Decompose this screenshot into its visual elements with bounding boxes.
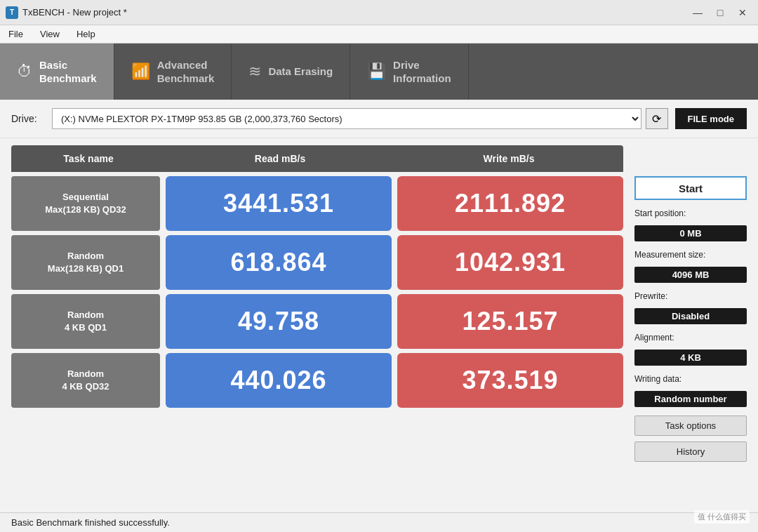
tab-advanced-label: AdvancedBenchmark bbox=[157, 58, 215, 86]
status-bar: Basic Benchmark finished successfully. bbox=[0, 512, 758, 532]
table-row: SequentialMax(128 KB) QD32 3441.531 2111… bbox=[11, 176, 623, 231]
drive-select[interactable]: (X:) NVMe PLEXTOR PX-1TM9P 953.85 GB (2,… bbox=[52, 108, 641, 129]
app-icon: T bbox=[6, 6, 18, 19]
title-bar-left: T TxBENCH - New project * bbox=[6, 6, 127, 19]
drive-label: Drive: bbox=[11, 113, 45, 124]
task-cell-0: SequentialMax(128 KB) QD32 bbox=[11, 176, 160, 231]
task-cell-2: Random4 KB QD1 bbox=[11, 294, 160, 349]
prewrite-label: Prewrite: bbox=[634, 291, 747, 301]
tab-advanced-icon: 📶 bbox=[131, 62, 150, 81]
prewrite-value: Disabled bbox=[634, 308, 747, 324]
write-value-1: 1042.931 bbox=[397, 235, 623, 290]
writing-data-label: Writing data: bbox=[634, 374, 747, 384]
start-position-value: 0 MB bbox=[634, 225, 747, 241]
drive-select-wrapper: (X:) NVMe PLEXTOR PX-1TM9P 953.85 GB (2,… bbox=[52, 108, 668, 129]
menu-file[interactable]: File bbox=[6, 27, 26, 41]
read-value-0: 3441.531 bbox=[166, 176, 392, 231]
status-text: Basic Benchmark finished successfully. bbox=[11, 517, 170, 528]
task-cell-1: RandomMax(128 KB) QD1 bbox=[11, 235, 160, 290]
writing-data-value: Random number bbox=[634, 391, 747, 407]
write-value-0: 2111.892 bbox=[397, 176, 623, 231]
tab-drive-icon: 💾 bbox=[367, 62, 386, 81]
alignment-label: Alignment: bbox=[634, 333, 747, 343]
read-value-1: 618.864 bbox=[166, 235, 392, 290]
minimize-button[interactable]: — bbox=[688, 6, 707, 20]
measurement-size-label: Measurement size: bbox=[634, 250, 747, 260]
start-button[interactable]: Start bbox=[634, 176, 747, 200]
right-panel: Start Start position: 0 MB Measurement s… bbox=[634, 145, 747, 505]
write-value-3: 373.519 bbox=[397, 353, 623, 408]
tab-basic-icon: ⏱ bbox=[17, 62, 32, 81]
menu-bar: File View Help bbox=[0, 25, 758, 44]
watermark: 值 什么值得买 bbox=[694, 510, 750, 524]
title-bar-controls: — □ ✕ bbox=[688, 6, 752, 20]
tab-drive-label: DriveInformation bbox=[393, 58, 451, 86]
measurement-size-value: 4096 MB bbox=[634, 267, 747, 283]
table-row: Random4 KB QD1 49.758 125.157 bbox=[11, 294, 623, 349]
tab-bar: ⏱ BasicBenchmark 📶 AdvancedBenchmark ≋ D… bbox=[0, 44, 758, 100]
write-value-2: 125.157 bbox=[397, 294, 623, 349]
tab-data-erasing[interactable]: ≋ Data Erasing bbox=[232, 44, 350, 100]
tab-basic-label: BasicBenchmark bbox=[39, 58, 97, 86]
col-read-header: Read mB/s bbox=[166, 153, 394, 164]
maximize-button[interactable]: □ bbox=[710, 6, 730, 20]
menu-view[interactable]: View bbox=[37, 27, 62, 41]
window-title: TxBENCH - New project * bbox=[22, 7, 127, 18]
tab-erasing-label: Data Erasing bbox=[268, 65, 333, 79]
read-value-2: 49.758 bbox=[166, 294, 392, 349]
read-value-3: 440.026 bbox=[166, 353, 392, 408]
table-row: Random4 KB QD32 440.026 373.519 bbox=[11, 353, 623, 408]
alignment-value: 4 KB bbox=[634, 350, 747, 366]
tab-drive-information[interactable]: 💾 DriveInformation bbox=[350, 44, 469, 100]
history-button[interactable]: History bbox=[634, 441, 747, 462]
title-bar: T TxBENCH - New project * — □ ✕ bbox=[0, 0, 758, 25]
drive-row: Drive: (X:) NVMe PLEXTOR PX-1TM9P 953.85… bbox=[0, 100, 758, 138]
table-header: Task name Read mB/s Write mB/s bbox=[11, 145, 623, 172]
col-task-header: Task name bbox=[11, 153, 166, 164]
tab-erasing-icon: ≋ bbox=[248, 62, 261, 81]
drive-refresh-button[interactable]: ⟳ bbox=[646, 108, 668, 129]
file-mode-button[interactable]: FILE mode bbox=[675, 108, 747, 129]
tab-basic-benchmark[interactable]: ⏱ BasicBenchmark bbox=[0, 44, 114, 100]
start-position-label: Start position: bbox=[634, 208, 747, 218]
benchmark-area: Task name Read mB/s Write mB/s Sequentia… bbox=[0, 138, 758, 512]
results-table: Task name Read mB/s Write mB/s Sequentia… bbox=[11, 145, 623, 505]
table-rows: SequentialMax(128 KB) QD32 3441.531 2111… bbox=[11, 176, 623, 408]
main-content: Drive: (X:) NVMe PLEXTOR PX-1TM9P 953.85… bbox=[0, 100, 758, 532]
task-cell-3: Random4 KB QD32 bbox=[11, 353, 160, 408]
tab-advanced-benchmark[interactable]: 📶 AdvancedBenchmark bbox=[114, 44, 232, 100]
table-row: RandomMax(128 KB) QD1 618.864 1042.931 bbox=[11, 235, 623, 290]
task-options-button[interactable]: Task options bbox=[634, 415, 747, 436]
menu-help[interactable]: Help bbox=[74, 27, 98, 41]
col-write-header: Write mB/s bbox=[394, 153, 623, 164]
close-button[interactable]: ✕ bbox=[733, 6, 752, 20]
